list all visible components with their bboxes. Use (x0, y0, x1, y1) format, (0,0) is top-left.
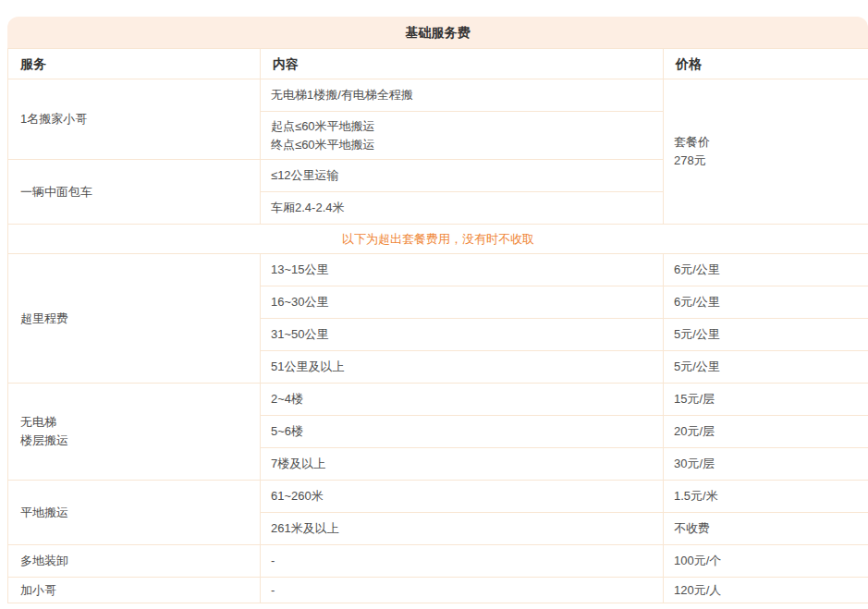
price-cell: 5元/公里 (664, 319, 868, 351)
price-cell: 6元/公里 (664, 286, 868, 319)
service-line1: 无电梯 (20, 413, 260, 432)
table-row: 1名搬家小哥 无电梯1楼搬/有电梯全程搬 套餐价 278元 (8, 79, 868, 112)
package-price-cell: 套餐价 278元 (664, 79, 868, 225)
content-cell: - (261, 545, 664, 578)
base-fee-card: 基础服务费 服务 内容 价格 1名搬家小哥 无电梯1楼搬/有电梯全程搬 套餐价 … (7, 17, 868, 603)
price-cell: 不收费 (664, 513, 868, 545)
service-cell-over-mileage: 超里程费 (8, 254, 261, 384)
price-cell: 20元/层 (664, 416, 868, 448)
price-cell: 30元/层 (664, 448, 868, 481)
content-cell: 起点≤60米平地搬运 终点≤60米平地搬运 (261, 112, 664, 160)
service-cell-ground: 平地搬运 (8, 481, 261, 545)
content-cell: - (261, 578, 664, 603)
package-price-line1: 套餐价 (674, 133, 868, 152)
service-cell-stairs: 无电梯 楼层搬运 (8, 384, 261, 481)
price-cell: 1.5元/米 (664, 481, 868, 513)
content-cell: 31~50公里 (261, 319, 664, 351)
package-price-line2: 278元 (674, 152, 868, 170)
content-cell: 无电梯1楼搬/有电梯全程搬 (261, 79, 664, 112)
price-cell: 6元/公里 (664, 254, 868, 286)
col-header-price: 价格 (664, 49, 868, 79)
content-cell: 车厢2.4-2.4米 (261, 192, 664, 225)
overage-note: 以下为超出套餐费用，没有时不收取 (8, 225, 868, 254)
content-cell: ≤12公里运输 (261, 160, 664, 192)
content-cell: 2~4楼 (261, 384, 664, 416)
overage-note-row: 以下为超出套餐费用，没有时不收取 (8, 225, 868, 254)
content-cell: 13~15公里 (261, 254, 664, 286)
service-cell-helper: 加小哥 (8, 578, 261, 603)
price-cell: 15元/层 (664, 384, 868, 416)
content-cell: 7楼及以上 (261, 448, 664, 481)
table-row: 超里程费 13~15公里 6元/公里 (8, 254, 868, 286)
table-row: 多地装卸 - 100元/个 (8, 545, 868, 578)
price-cell: 100元/个 (664, 545, 868, 578)
content-cell: 5~6楼 (261, 416, 664, 448)
price-cell: 120元/人 (664, 578, 868, 603)
fee-table: 服务 内容 价格 1名搬家小哥 无电梯1楼搬/有电梯全程搬 套餐价 278元 起… (7, 48, 868, 603)
col-header-content: 内容 (261, 49, 664, 79)
content-cell: 16~30公里 (261, 286, 664, 319)
service-line2: 楼层搬运 (20, 432, 260, 450)
content-line1: 起点≤60米平地搬运 (271, 117, 663, 136)
content-line2: 终点≤60米平地搬运 (271, 136, 663, 154)
content-cell: 51公里及以上 (261, 351, 664, 384)
table-row: 加小哥 - 120元/人 (8, 578, 868, 603)
price-cell: 5元/公里 (664, 351, 868, 384)
service-cell-worker: 1名搬家小哥 (8, 79, 261, 160)
service-cell-unload: 多地装卸 (8, 545, 261, 578)
table-row: 无电梯 楼层搬运 2~4楼 15元/层 (8, 384, 868, 416)
content-cell: 61~260米 (261, 481, 664, 513)
table-title: 基础服务费 (7, 17, 868, 48)
content-cell: 261米及以上 (261, 513, 664, 545)
service-cell-van: 一辆中面包车 (8, 160, 261, 225)
header-row: 服务 内容 价格 (8, 49, 868, 79)
col-header-service: 服务 (8, 49, 261, 79)
table-row: 平地搬运 61~260米 1.5元/米 (8, 481, 868, 513)
